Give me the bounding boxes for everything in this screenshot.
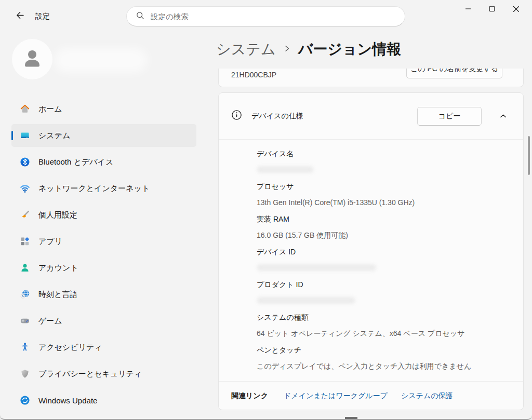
- spec-row-value: 16.0 GB (15.7 GB 使用可能): [257, 230, 507, 240]
- privacy-icon: [20, 369, 30, 379]
- sidebar-item-label: ネットワークとインターネット: [38, 184, 150, 194]
- personalization-icon: [20, 210, 30, 220]
- sidebar-item-accounts[interactable]: アカウント: [11, 256, 196, 279]
- spec-row-label: デバイス名: [257, 148, 507, 159]
- sidebar-item-bluetooth[interactable]: Bluetooth とデバイス: [11, 151, 196, 173]
- network-icon: [20, 183, 30, 194]
- redacted-value: [257, 166, 314, 173]
- sidebar-item-apps[interactable]: アプリ: [11, 230, 196, 253]
- redacted-user-name: [54, 48, 148, 73]
- redacted-value: [257, 297, 355, 304]
- copy-button[interactable]: コピー: [417, 107, 482, 126]
- spec-row-label: プロセッサ: [257, 181, 507, 192]
- content-area: 21HD00CBJP この PC の名前を変更する デバイスの仕様 コピー デバ…: [218, 69, 524, 415]
- device-spec-body: デバイス名プロセッサ13th Gen Intel(R) Core(TM) i5-…: [219, 140, 523, 377]
- app-title: 設定: [35, 12, 50, 21]
- search-box[interactable]: [126, 6, 405, 26]
- spec-row: デバイス ID: [257, 247, 507, 279]
- gaming-icon: [20, 316, 30, 326]
- spec-row: デバイス名: [257, 148, 507, 181]
- spec-row: ペンとタッチこのディスプレイでは、ペン入力とタッチ入力は利用できません: [257, 345, 507, 377]
- vertical-scrollbar[interactable]: [528, 136, 530, 175]
- related-links-footer: 関連リンク ドメインまたはワークグループシステムの保護: [219, 381, 523, 410]
- spec-row-value: 64 ビット オペレーティング システム、x64 ベース プロセッサ: [257, 328, 507, 338]
- sidebar-item-label: ホーム: [38, 104, 62, 114]
- window-controls: [456, 0, 528, 18]
- system-icon: [20, 130, 30, 141]
- spec-row-value: このディスプレイでは、ペン入力とタッチ入力は利用できません: [257, 361, 507, 371]
- sidebar-item-time-language[interactable]: 時刻と言語: [11, 283, 196, 306]
- spec-row: 実装 RAM16.0 GB (15.7 GB 使用可能): [257, 214, 507, 247]
- sidebar-item-label: アプリ: [38, 237, 62, 247]
- sidebar-item-label: プライバシーとセキュリティ: [38, 369, 142, 379]
- spec-row-label: デバイス ID: [257, 247, 507, 257]
- device-spec-card: デバイスの仕様 コピー デバイス名プロセッサ13th Gen Intel(R) …: [218, 92, 524, 410]
- avatar[interactable]: [12, 39, 52, 79]
- related-link[interactable]: システムの保護: [401, 391, 453, 401]
- sidebar-item-system[interactable]: システム: [11, 124, 196, 147]
- redacted-value: [257, 264, 376, 271]
- sidebar-item-label: Bluetooth とデバイス: [38, 157, 113, 167]
- spec-row-label: プロダクト ID: [257, 279, 507, 290]
- breadcrumb-parent[interactable]: システム: [216, 39, 276, 59]
- back-button[interactable]: [9, 7, 30, 25]
- spec-row-label: ペンとタッチ: [257, 345, 507, 355]
- bluetooth-icon: [20, 157, 30, 167]
- sidebar-item-label: 時刻と言語: [38, 290, 77, 300]
- sidebar-item-label: アクセシビリティ: [38, 343, 102, 353]
- settings-window: 設定 システム バージョン情報 ホームシステムBluetooth とデバイスネッ…: [0, 0, 532, 420]
- chevron-right-icon: [284, 45, 290, 54]
- sidebar-item-label: システム: [38, 131, 70, 141]
- sidebar: ホームシステムBluetooth とデバイスネットワークとインターネット個人用設…: [11, 98, 196, 415]
- sidebar-item-personalization[interactable]: 個人用設定: [11, 204, 196, 226]
- accounts-icon: [20, 263, 30, 273]
- sidebar-item-windows-update[interactable]: Windows Update: [11, 389, 196, 412]
- maximize-icon[interactable]: [480, 0, 504, 18]
- related-links-label: 関連リンク: [231, 391, 268, 401]
- related-links: ドメインまたはワークグループシステムの保護: [284, 391, 453, 401]
- sidebar-item-accessibility[interactable]: アクセシビリティ: [11, 336, 196, 359]
- close-icon[interactable]: [504, 0, 528, 18]
- chevron-up-icon[interactable]: [493, 107, 513, 126]
- sidebar-item-label: アカウント: [38, 263, 78, 273]
- related-link[interactable]: ドメインまたはワークグループ: [284, 391, 388, 401]
- device-model: 21HD00CBJP: [231, 71, 276, 79]
- minimize-icon[interactable]: [456, 0, 480, 18]
- time-language-icon: [20, 289, 30, 300]
- breadcrumb: システム バージョン情報: [216, 39, 401, 59]
- sidebar-item-privacy[interactable]: プライバシーとセキュリティ: [11, 362, 196, 385]
- spec-row: プロダクト ID: [257, 279, 507, 312]
- sidebar-item-label: ゲーム: [38, 316, 62, 326]
- rename-pc-button[interactable]: この PC の名前を変更する: [406, 69, 502, 78]
- apps-icon: [20, 236, 30, 247]
- windows-update-icon: [20, 395, 30, 405]
- sidebar-item-label: 個人用設定: [38, 210, 77, 220]
- spec-row: システムの種類64 ビット オペレーティング システム、x64 ベース プロセッ…: [257, 312, 507, 345]
- spec-row-label: 実装 RAM: [257, 214, 507, 224]
- page-title: バージョン情報: [298, 39, 402, 59]
- home-icon: [20, 104, 30, 114]
- back-arrow-icon: [16, 11, 24, 22]
- spec-row-value: 13th Gen Intel(R) Core(TM) i5-1335U (1.3…: [257, 197, 507, 208]
- device-name-card: 21HD00CBJP この PC の名前を変更する: [218, 69, 524, 87]
- person-icon: [21, 47, 44, 72]
- device-spec-title: デバイスの仕様: [251, 112, 417, 121]
- info-icon: [231, 110, 242, 123]
- search-input[interactable]: [151, 12, 396, 21]
- sidebar-item-network[interactable]: ネットワークとインターネット: [11, 177, 196, 200]
- sidebar-item-gaming[interactable]: ゲーム: [11, 309, 196, 332]
- sidebar-item-home[interactable]: ホーム: [11, 98, 196, 120]
- spec-row-label: システムの種類: [257, 312, 507, 322]
- accessibility-icon: [20, 342, 30, 353]
- sidebar-item-label: Windows Update: [38, 396, 97, 405]
- spec-row: プロセッサ13th Gen Intel(R) Core(TM) i5-1335U…: [257, 181, 507, 214]
- taskbar-peek: [345, 417, 357, 419]
- device-spec-header: デバイスの仕様 コピー: [219, 93, 523, 140]
- search-icon: [136, 11, 144, 22]
